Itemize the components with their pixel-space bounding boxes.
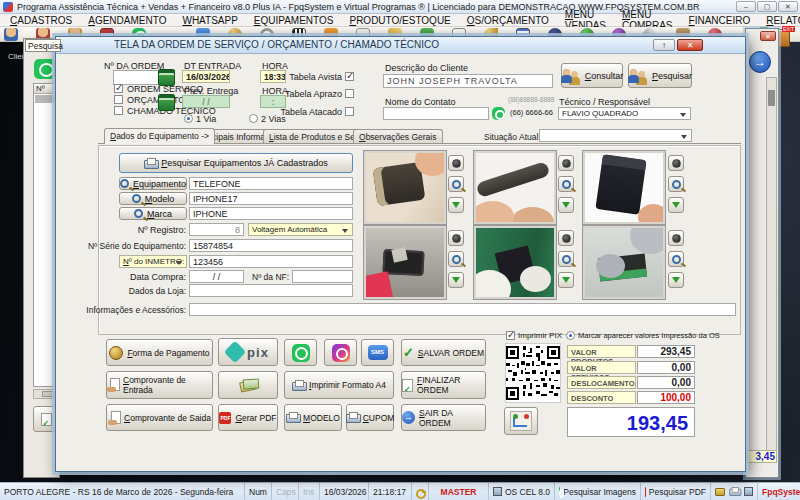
iphone-repair-photo-4[interactable]	[364, 226, 446, 299]
webcam-button[interactable]	[448, 230, 464, 246]
cliente-field[interactable]: JOHN JOSEPH TRAVOLTA	[383, 74, 553, 88]
cupom-button[interactable]: CUPOM	[346, 404, 394, 431]
zoom-photo-button[interactable]	[668, 251, 684, 267]
webcam-button[interactable]	[558, 155, 574, 171]
acessorios-field[interactable]	[189, 303, 736, 316]
load-photo-button[interactable]	[558, 197, 574, 213]
sair-ordem-button[interactable]: →SAIR DA ORDEM	[401, 404, 486, 431]
minimize-icon[interactable]	[736, 1, 756, 12]
comprovante-saida-button[interactable]: Comprovante de Saida	[106, 404, 213, 431]
zoom-photo-button[interactable]	[668, 176, 684, 192]
inmetro-dropdown-button[interactable]: Nº do INMETRO:	[119, 255, 187, 268]
whatsapp-button[interactable]	[284, 339, 317, 366]
menu-financeiro[interactable]: FINANCEIRO	[681, 15, 759, 26]
salvar-ordem-button[interactable]: ✓SALVAR ORDEM	[401, 339, 486, 366]
inmetro-field[interactable]: 123456	[189, 255, 353, 268]
menu-whatsapp[interactable]: WHATSAPP	[174, 15, 245, 26]
pesquisar-button[interactable]: Pesquisar	[628, 63, 692, 88]
status-pesquisar-pdf[interactable]: Pesquisar PDF	[641, 483, 711, 500]
iphone-repair-photo-1[interactable]	[364, 151, 446, 224]
forma-pagamento-button[interactable]: Forma de Pagamento	[106, 339, 213, 366]
modelo-print-button[interactable]: MODELO	[284, 404, 342, 431]
serie-field[interactable]: 15874854	[189, 239, 353, 252]
menu-relatorios[interactable]: RELATÓRIOS	[758, 15, 800, 26]
iphone-repair-photo-5[interactable]	[474, 226, 556, 299]
loja-field[interactable]	[189, 284, 353, 297]
finalizar-ordem-button[interactable]: FINALIZAR ORDEM	[401, 371, 486, 399]
webcam-button[interactable]	[668, 230, 684, 246]
pesquisar-equipamentos-button[interactable]: Pesquisar Equipamentos JÁ Cadastrados	[119, 153, 353, 173]
tabela-atacado-checkbox[interactable]	[345, 107, 354, 116]
zoom-photo-button[interactable]	[558, 251, 574, 267]
zoom-photo-button[interactable]	[448, 176, 464, 192]
vertical-scrollbar[interactable]	[766, 77, 777, 457]
ordem-servico-checkbox[interactable]	[114, 84, 123, 93]
tab-observacoes-gerais[interactable]: Observações Gerais	[353, 129, 443, 144]
close-icon[interactable]	[760, 31, 776, 41]
go-arrow-icon[interactable]: →	[749, 51, 771, 73]
iphone-repair-photo-6[interactable]	[583, 226, 665, 299]
status-tools[interactable]	[711, 483, 758, 500]
marca-field[interactable]: IPHONE	[189, 207, 353, 220]
equipamento-button[interactable]: Equipamento	[119, 177, 187, 190]
map-route-button[interactable]	[504, 407, 538, 435]
tab-dados-equipamento[interactable]: Dados do Equipamento ->	[104, 128, 215, 144]
phone-field[interactable]: (66) 6666-6666	[507, 107, 553, 120]
toolbar-clients-icon[interactable]	[4, 28, 18, 41]
tabela-avista-checkbox[interactable]	[345, 72, 354, 81]
window-restore-icon[interactable]	[653, 39, 675, 51]
instagram-button[interactable]	[324, 339, 357, 366]
imprimir-a4-button[interactable]: Imprimir Formato A4	[284, 371, 394, 399]
dt-entrada-field[interactable]: 16/03/2026	[182, 70, 230, 83]
pix-button[interactable]: pix	[218, 338, 278, 366]
load-photo-button[interactable]	[448, 197, 464, 213]
nf-field[interactable]	[292, 270, 353, 283]
status-pesquisar-imagens[interactable]: Pesquisar Imagens	[555, 483, 641, 500]
iphone-repair-photo-2[interactable]	[474, 151, 556, 224]
webcam-button[interactable]	[558, 230, 574, 246]
voltagem-dropdown[interactable]: Voltagem Automática	[248, 223, 353, 236]
load-photo-button[interactable]	[668, 272, 684, 288]
load-photo-button[interactable]	[448, 272, 464, 288]
contato-field[interactable]	[383, 107, 489, 120]
registro-field[interactable]: 8	[189, 223, 244, 236]
via-1-radio[interactable]	[184, 114, 193, 123]
data-compra-field[interactable]: / /	[189, 270, 244, 283]
comprovante-entrada-button[interactable]: Comprovante de Entrada	[106, 371, 213, 399]
background-window-right[interactable]: → 3,45	[745, 28, 779, 478]
zoom-photo-button[interactable]	[558, 176, 574, 192]
load-photo-button[interactable]	[558, 272, 574, 288]
iphone-repair-photo-3[interactable]	[583, 151, 665, 224]
consultar-button[interactable]: Consultar	[561, 63, 623, 88]
via-2-radio[interactable]	[249, 114, 258, 123]
maximize-icon[interactable]	[757, 1, 777, 12]
menu-agendamento[interactable]: AGENDAMENTO	[80, 15, 174, 26]
menu-produto-estoque[interactable]: PRODUTO/ESTOQUE	[341, 15, 458, 26]
menu-equipamentos[interactable]: EQUIPAMENTOS	[246, 15, 342, 26]
window-close-icon[interactable]	[677, 39, 703, 51]
load-photo-button[interactable]	[668, 197, 684, 213]
dinheiro-button[interactable]	[218, 371, 278, 399]
prev-entrega-field[interactable]: / /	[182, 95, 230, 108]
list-selected-row[interactable]	[35, 95, 57, 103]
marca-button[interactable]: Marca	[119, 207, 187, 220]
tabela-aprazo-checkbox[interactable]	[345, 89, 354, 98]
whatsapp-icon[interactable]	[492, 107, 505, 120]
situacao-dropdown[interactable]	[539, 129, 692, 142]
menu-os-orcamento[interactable]: OS/ORÇAMENTO	[459, 15, 557, 26]
tecnico-dropdown[interactable]: FLAVIO QUADRADO	[558, 107, 691, 120]
webcam-button[interactable]	[668, 155, 684, 171]
modelo-field[interactable]: IPHONE17	[189, 192, 353, 205]
chamado-tecnico-checkbox[interactable]	[114, 106, 123, 115]
modelo-button[interactable]: Modelo	[119, 192, 187, 205]
sms-button[interactable]: SMS	[361, 339, 394, 366]
whatsapp-icon[interactable]	[34, 59, 56, 79]
webcam-button[interactable]	[448, 155, 464, 171]
orcamento-checkbox[interactable]	[114, 95, 123, 104]
equipamento-field[interactable]: TELEFONE	[189, 177, 353, 190]
calendar-icon[interactable]	[158, 69, 175, 86]
gerar-pdf-button[interactable]: Gerar PDF	[218, 404, 278, 431]
close-icon[interactable]	[778, 1, 798, 12]
marcar-valores-radio[interactable]	[566, 331, 575, 340]
calendar-icon[interactable]	[158, 94, 175, 111]
